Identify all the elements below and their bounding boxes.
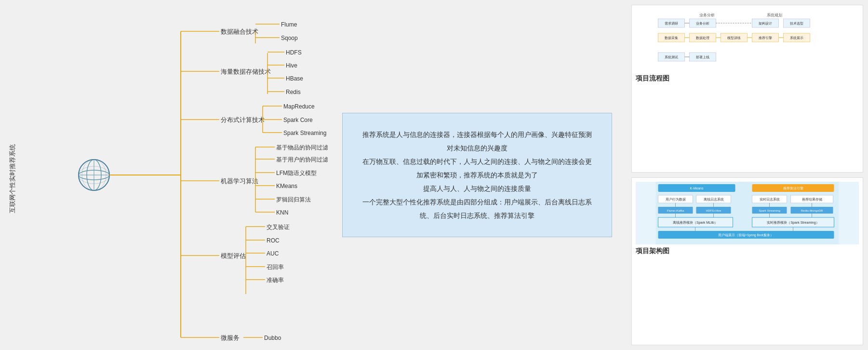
flow-svg: 业务分析 系统规划 需求调研 业务分析 架构设计 技术选型 (636, 9, 859, 72)
svg-text:业务分析: 业务分析 (699, 13, 715, 17)
svg-text:系统展示: 系统展示 (790, 36, 803, 40)
svg-text:Spark Streaming: Spark Streaming (759, 209, 780, 212)
project-flow-section: 业务分析 系统规划 需求调研 业务分析 架构设计 技术选型 (631, 5, 863, 173)
svg-text:Flume+Kafka: Flume+Kafka (667, 209, 684, 212)
branch-jiqixue: 机器学习算法 (221, 177, 258, 185)
node-hbase: HBase (286, 75, 303, 82)
node-jiaochayanz: 交叉验证 (267, 224, 290, 230)
flow-diagram: 业务分析 系统规划 需求调研 业务分析 架构设计 技术选型 (636, 9, 859, 72)
arch-title: 项目架构图 (636, 247, 859, 256)
root-label: 互联网个性实时推荐系统 (9, 144, 16, 213)
node-zhunquelv: 准确率 (267, 277, 284, 283)
svg-text:实时日志系统: 实时日志系统 (760, 198, 780, 201)
svg-text:模型训练: 模型训练 (727, 36, 741, 40)
desc-line3: 提高人与人、人与物之间的连接质量 (362, 182, 592, 195)
svg-text:K-Means: K-Means (690, 187, 704, 190)
description-box: 推荐系统是人与信息的连接器，连接器根据每个人的用户画像、兴趣特征预测对未知信息的… (342, 113, 612, 237)
svg-text:推荐结果存储: 推荐结果存储 (802, 198, 822, 201)
branch-moxing: 模型评估 (221, 252, 246, 259)
mindmap-area: 互联网个性实时推荐系统 数据融合技术 Flume Sqoop 海量数据存储技术 … (0, 0, 328, 350)
svg-text:架构设计: 架构设计 (759, 22, 772, 25)
svg-text:部署上线: 部署上线 (696, 55, 709, 59)
svg-text:技术选型: 技术选型 (789, 22, 803, 25)
desc-line1: 推荐系统是人与信息的连接器，连接器根据每个人的用户画像、兴趣特征预测对未知信息的… (362, 128, 592, 155)
svg-text:离线日志系统: 离线日志系统 (704, 198, 724, 201)
node-hdfs: HDFS (286, 49, 302, 56)
node-knn: KNN (276, 209, 288, 216)
desc-line2: 在万物互联、信息过载的时代下，人与人之间的连接、人与物之间的连接会更加紧密和繁琐… (362, 155, 592, 182)
branch-weifuwu: 微服务 (221, 334, 240, 341)
arch-svg: K-Means 推荐算法引擎 用户行为数据 离线日志系统 实时日志系统 推荐结果… (636, 182, 859, 244)
svg-text:离线推荐模块（Spark MLlib）: 离线推荐模块（Spark MLlib） (673, 221, 718, 225)
branch-shujuronghe: 数据融合技术 (221, 28, 258, 35)
svg-text:推荐算法引擎: 推荐算法引擎 (783, 187, 803, 190)
svg-text:用户行为数据: 用户行为数据 (666, 198, 686, 201)
svg-text:数据采集: 数据采集 (665, 36, 678, 40)
node-flume: Flume (281, 21, 297, 28)
node-kmeans: KMeans (276, 183, 297, 189)
node-dubbo: Dubbo (264, 335, 281, 341)
node-luoji: 罗辑回归算法 (276, 196, 311, 203)
node-redis: Redis (286, 89, 301, 95)
svg-text:系统测试: 系统测试 (665, 55, 678, 59)
node-sparkcore: Spark Core (283, 117, 313, 123)
desc-line4: 一个完整大型个性化推荐系统是由四部分组成：用户端展示、后台离线日志系统、后台实时… (362, 195, 592, 222)
node-auc: AUC (267, 250, 279, 257)
arch-diagram: K-Means 推荐算法引擎 用户行为数据 离线日志系统 实时日志系统 推荐结果… (636, 182, 859, 244)
node-wupinxietong: 基于物品的协同过滤算法 (276, 144, 328, 151)
svg-text:实时推荐模块（Spark Streaming）: 实时推荐模块（Spark Streaming） (767, 221, 819, 225)
mindmap-svg: 互联网个性实时推荐系统 数据融合技术 Flume Sqoop 海量数据存储技术 … (0, 0, 328, 350)
branch-fenbu: 分布式计算技术 (221, 116, 265, 123)
svg-text:HDFS+Hive: HDFS+Hive (706, 209, 722, 212)
node-zhaohuilv: 召回率 (267, 264, 284, 270)
node-roc: ROC (267, 237, 280, 244)
svg-text:数据处理: 数据处理 (696, 36, 709, 40)
right-panel: 业务分析 系统规划 需求调研 业务分析 架构设计 技术选型 (627, 0, 868, 350)
node-sqoop: Sqoop (281, 35, 298, 41)
svg-text:推荐引擎: 推荐引擎 (759, 36, 772, 40)
project-arch-section: K-Means 推荐算法引擎 用户行为数据 离线日志系统 实时日志系统 推荐结果… (631, 177, 863, 345)
main-container: 互联网个性实时推荐系统 数据融合技术 Flume Sqoop 海量数据存储技术 … (0, 0, 868, 350)
description-area: 推荐系统是人与信息的连接器，连接器根据每个人的用户画像、兴趣特征预测对未知信息的… (328, 0, 627, 350)
node-lfm: LFM隐语义模型 (276, 170, 317, 176)
flow-title: 项目流程图 (636, 74, 859, 83)
svg-text:系统规划: 系统规划 (767, 13, 782, 17)
svg-text:业务分析: 业务分析 (696, 22, 709, 25)
node-yonghuxietong: 基于用户的协同过滤算法 (276, 156, 328, 163)
svg-text:需求调研: 需求调研 (665, 22, 678, 25)
branch-hailiang: 海量数据存储技术 (221, 68, 271, 75)
svg-text:用户端展示（前端+Spring Boot服务）: 用户端展示（前端+Spring Boot服务） (718, 233, 774, 237)
node-sparkstreaming: Spark Streaming (283, 130, 326, 136)
node-mapreduce: MapReduce (283, 103, 315, 110)
svg-text:Redis+MongoDB: Redis+MongoDB (801, 209, 823, 212)
node-hive: Hive (286, 62, 297, 69)
